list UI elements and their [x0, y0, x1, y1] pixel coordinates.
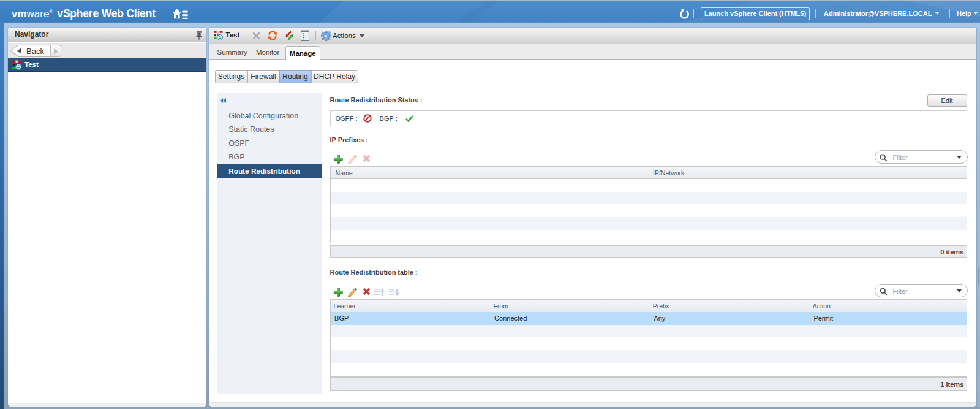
svg-text:Back: Back	[26, 47, 44, 56]
